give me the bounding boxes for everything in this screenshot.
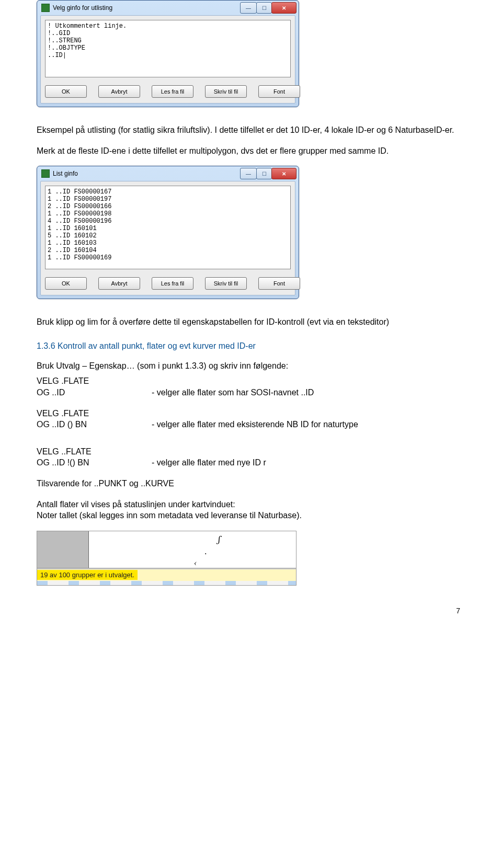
ginfo-list-textarea[interactable] (45, 186, 291, 269)
cmd-line: VELG ..FLATE (37, 446, 465, 458)
body-text: Antall flater vil vises på statuslinjen … (37, 499, 465, 510)
skriv-til-fil-button[interactable]: Skriv til fil (205, 85, 247, 98)
cmd-left: OG ..ID !() BN (37, 457, 152, 469)
les-fra-fil-button[interactable]: Les fra fil (152, 277, 193, 290)
close-button[interactable]: ✕ (271, 168, 296, 179)
cmd-line: VELG .FLATE (37, 408, 465, 419)
cmd-line: VELG .FLATE (37, 375, 465, 387)
body-text: Bruk klipp og lim for å overføre dette t… (37, 316, 465, 328)
command-block: VELG ..FLATE OG ..ID !() BN - velger all… (37, 446, 465, 469)
command-block: VELG .FLATE OG ..ID () BN - velger alle … (37, 408, 465, 430)
ginfo-textarea[interactable] (45, 20, 291, 77)
body-text: Merk at de fleste ID-ene i dette tilfell… (37, 145, 465, 157)
statusbar-text: 19 av 100 grupper er i utvalget. (37, 570, 138, 580)
statusbar-bottom-strip (37, 581, 296, 585)
les-fra-fil-button[interactable]: Les fra fil (152, 85, 193, 98)
font-button[interactable]: Font (258, 277, 300, 290)
avbryt-button[interactable]: Avbryt (98, 277, 140, 290)
dialog-list-ginfo: List ginfo — ☐ ✕ OK Avbryt Les fra fil S… (37, 166, 299, 299)
app-icon (41, 169, 50, 178)
map-grey-area (37, 531, 89, 568)
command-block: VELG .FLATE OG ..ID - velger alle flater… (37, 375, 465, 398)
cmd-left: OG ..ID (37, 387, 152, 398)
window-title: List ginfo (53, 170, 241, 177)
titlebar[interactable]: Velg ginfo for utlisting — ☐ ✕ (37, 1, 299, 15)
titlebar[interactable]: List ginfo — ☐ ✕ (37, 166, 299, 181)
maximize-button[interactable]: ☐ (256, 168, 272, 179)
minimize-button[interactable]: — (240, 2, 257, 14)
cmd-left: OG ..ID () BN (37, 419, 152, 430)
ok-button[interactable]: OK (45, 277, 87, 290)
map-mark: · (204, 550, 207, 559)
cmd-desc: - velger alle flater med nye ID r (152, 457, 266, 469)
body-text: Noter tallet (skal legges inn som metada… (37, 510, 465, 521)
section-heading: 1.3.6 Kontroll av antall punkt, flater o… (37, 341, 465, 351)
map-mark: ʃ (218, 534, 220, 544)
maximize-button[interactable]: ☐ (256, 2, 272, 14)
body-text: Eksempel på utlisting (for statlig sikra… (37, 124, 465, 136)
font-button[interactable]: Font (258, 85, 300, 98)
map-mark: ‹ (194, 558, 197, 568)
minimize-button[interactable]: — (240, 168, 257, 179)
window-title: Velg ginfo for utlisting (53, 4, 241, 12)
skriv-til-fil-button[interactable]: Skriv til fil (205, 277, 247, 290)
close-button[interactable]: ✕ (271, 2, 296, 14)
ok-button[interactable]: OK (45, 85, 87, 98)
body-text: Bruk Utvalg – Egenskap… (som i punkt 1.3… (37, 360, 465, 372)
app-icon (41, 4, 50, 12)
body-text: Tilsvarende for ..PUNKT og ..KURVE (37, 478, 465, 489)
cmd-desc: - velger alle flater som har SOSI-navnet… (152, 387, 314, 398)
page-number: 7 (37, 607, 465, 615)
cmd-desc: - velger alle flater med eksisterende NB… (152, 419, 358, 430)
dialog-velg-ginfo: Velg ginfo for utlisting — ☐ ✕ OK Avbryt… (37, 0, 299, 107)
statusbar-screenshot: ʃ · ‹ 19 av 100 grupper er i utvalget. (37, 531, 296, 586)
avbryt-button[interactable]: Avbryt (98, 85, 140, 98)
